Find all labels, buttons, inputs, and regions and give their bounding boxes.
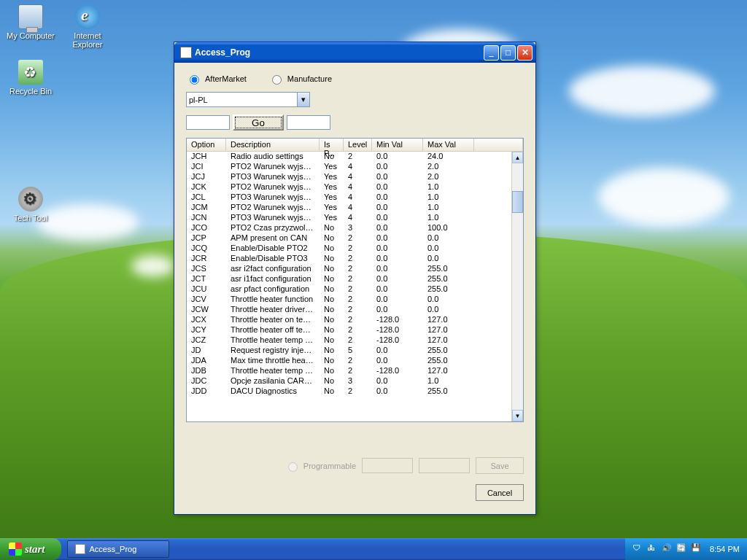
radio-manufacture-input[interactable] <box>272 75 282 85</box>
cell-isp: No <box>320 305 344 315</box>
desktop-icon-label: Recycle Bin <box>4 87 57 96</box>
system-tray[interactable]: 🛡 🖧 🔊 🔄 💾 8:54 PM <box>625 538 747 560</box>
table-row[interactable]: JCPAPM present on CANNo20.00.0 <box>187 233 511 244</box>
table-row[interactable]: JCUasr pfact configurationNo20.0255.0 <box>187 284 511 295</box>
tray-clock[interactable]: 8:54 PM <box>710 545 740 553</box>
table-row[interactable]: JCWThrottle heater driver infoNo20.00.0 <box>187 305 511 315</box>
listview-rows[interactable]: JCHRadio audio settingsNo20.024.0JCIPTO2… <box>187 152 511 421</box>
table-row[interactable]: JCJPTO3 Warunek wyjscia ...Yes40.02.0 <box>187 172 511 182</box>
desktop-icon-my-computer[interactable]: My Computer <box>4 4 57 40</box>
cell-description: PTO3 Warunek wyjscia ... <box>226 192 320 203</box>
table-row[interactable]: JCNPTO3 Warunek wyjscia ...Yes40.01.0 <box>187 213 511 223</box>
locale-combo[interactable]: pl-PL ▾ <box>186 92 310 107</box>
cancel-row: Cancel <box>186 484 524 501</box>
table-row[interactable]: JCKPTO2 Warunek wyjscia ...Yes40.01.0 <box>187 182 511 192</box>
table-row[interactable]: JCZThrottle heater temp for d...No2-128.… <box>187 335 511 346</box>
programmable-row: Programmable Save <box>186 457 524 474</box>
maximize-button[interactable]: □ <box>500 45 516 61</box>
table-row[interactable]: JCSasr i2fact configurationNo20.0255.0 <box>187 264 511 274</box>
table-row[interactable]: JCTasr i1fact configurationNo20.0255.0 <box>187 274 511 284</box>
close-button[interactable]: ✕ <box>517 45 533 61</box>
cell-option: JCI <box>187 162 226 172</box>
cell-option: JCL <box>187 192 226 203</box>
column-minval[interactable]: Min Val <box>372 139 423 151</box>
table-row[interactable]: JCQEnable/Disable PTO2No20.00.0 <box>187 244 511 254</box>
column-maxval[interactable]: Max Val <box>423 139 474 151</box>
cell-description: asr pfact configuration <box>226 284 320 295</box>
cell-minval: 0.0 <box>372 192 423 203</box>
column-level[interactable]: Level <box>344 139 372 151</box>
table-row[interactable]: JCXThrottle heater on temper...No2-128.0… <box>187 315 511 325</box>
cell-isp: No <box>320 254 344 264</box>
cell-description: Opcje zasilania CARETR... <box>226 376 320 386</box>
window-body: AfterMarket Manufacture pl-PL ▾ Go Optio… <box>174 63 535 514</box>
table-row[interactable]: JDRequest registry injector ...No50.0255… <box>187 346 511 356</box>
cell-isp: No <box>320 244 344 254</box>
scroll-down-button[interactable]: ▼ <box>512 410 523 421</box>
column-option[interactable]: Option <box>187 139 226 151</box>
radio-aftermarket-input[interactable] <box>190 75 199 85</box>
app-icon <box>75 544 85 554</box>
table-row[interactable]: JDDDACU DiagnosticsNo20.0255.0 <box>187 386 511 397</box>
table-row[interactable]: JCYThrottle heater off temper...No2-128.… <box>187 325 511 335</box>
cell-description: Max time throttle heater on <box>226 356 320 366</box>
tray-network-icon[interactable]: 🖧 <box>647 543 659 555</box>
table-row[interactable]: JCLPTO3 Warunek wyjscia ...Yes40.01.0 <box>187 192 511 203</box>
go-input-left[interactable] <box>186 115 230 130</box>
table-row[interactable]: JCIPTO2 Warunek wyjscia ...Yes40.02.0 <box>187 162 511 172</box>
desktop-icon-techtool[interactable]: Tech Tool <box>4 187 57 222</box>
cell-minval: 0.0 <box>372 284 423 295</box>
table-row[interactable]: JCHRadio audio settingsNo20.024.0 <box>187 152 511 162</box>
radio-row: AfterMarket Manufacture <box>186 73 524 85</box>
table-row[interactable]: JCMPTO2 Warunek wyjscia ...Yes40.01.0 <box>187 203 511 213</box>
desktop-icon-recycle[interactable]: Recycle Bin <box>4 60 57 96</box>
radio-aftermarket[interactable]: AfterMarket <box>186 73 247 85</box>
table-row[interactable]: JCOPTO2 Czas przyzwoleniaNo30.0100.0 <box>187 223 511 233</box>
cell-maxval: 0.0 <box>423 305 474 315</box>
cell-minval: 0.0 <box>372 172 423 182</box>
table-row[interactable]: JCREnable/Disable PTO3No20.00.0 <box>187 254 511 264</box>
go-input-right[interactable] <box>287 115 330 130</box>
desktop-icon-ie[interactable]: Internet Explorer <box>61 4 114 49</box>
table-row[interactable]: JDCOpcje zasilania CARETR...No30.01.0 <box>187 376 511 386</box>
taskbar-item-access-prog[interactable]: Access_Prog <box>67 540 169 558</box>
cell-description: APM present on CAN <box>226 233 320 244</box>
start-button[interactable]: start <box>0 538 61 560</box>
scroll-track[interactable] <box>512 213 523 410</box>
tray-remove-hardware-icon[interactable]: 💾 <box>691 543 703 555</box>
cell-description: Enable/Disable PTO3 <box>226 254 320 264</box>
column-isp[interactable]: Is P... <box>320 139 344 151</box>
table-row[interactable]: JCVThrottle heater functionNo20.00.0 <box>187 295 511 305</box>
go-button[interactable]: Go <box>233 114 284 131</box>
listview-body: JCHRadio audio settingsNo20.024.0JCIPTO2… <box>187 152 523 421</box>
titlebar[interactable]: Access_Prog _ □ ✕ <box>174 42 535 63</box>
cell-option: JCZ <box>187 335 226 346</box>
cell-maxval: 1.0 <box>423 192 474 203</box>
radio-manufacture[interactable]: Manufacture <box>268 73 332 85</box>
cell-option: JCH <box>187 152 226 162</box>
tray-volume-icon[interactable]: 🔊 <box>662 543 673 555</box>
tray-shield-icon[interactable]: 🛡 <box>632 543 644 555</box>
column-description[interactable]: Description <box>226 139 320 151</box>
cell-option: JCK <box>187 182 226 192</box>
cell-description: Throttle heater temp for d... <box>226 366 320 376</box>
cell-minval: -128.0 <box>372 315 423 325</box>
tray-updates-icon[interactable]: 🔄 <box>676 543 688 555</box>
cell-level: 4 <box>344 203 372 213</box>
cell-minval: 0.0 <box>372 295 423 305</box>
cell-maxval: 0.0 <box>423 295 474 305</box>
cell-minval: 0.0 <box>372 274 423 284</box>
cell-description: PTO3 Warunek wyjscia ... <box>226 172 320 182</box>
combo-value: pl-PL <box>189 96 208 104</box>
table-row[interactable]: JDAMax time throttle heater onNo20.0255.… <box>187 356 511 366</box>
minimize-button[interactable]: _ <box>484 45 499 61</box>
scroll-up-button[interactable]: ▲ <box>512 152 523 163</box>
cell-level: 2 <box>344 244 372 254</box>
cell-minval: 0.0 <box>372 305 423 315</box>
chevron-down-icon[interactable]: ▾ <box>297 93 309 106</box>
desktop-icon-label: Tech Tool <box>4 214 57 222</box>
scroll-thumb[interactable] <box>512 191 523 213</box>
cell-description: PTO2 Warunek wyjscia ... <box>226 203 320 213</box>
cancel-button[interactable]: Cancel <box>476 484 524 501</box>
table-row[interactable]: JDBThrottle heater temp for d...No2-128.… <box>187 366 511 376</box>
